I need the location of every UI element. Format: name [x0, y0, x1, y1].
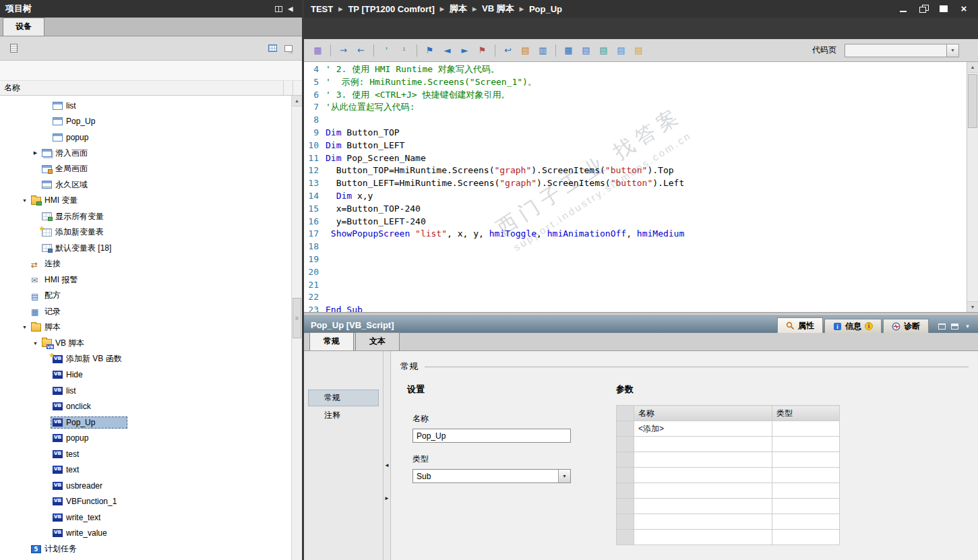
- dock-panel-icon[interactable]: [951, 323, 958, 330]
- tree-item[interactable]: 全局画面: [0, 161, 290, 177]
- vb-script-code-editor[interactable]: 西门子工业 找答案 support.industry.siemens.com.c…: [304, 62, 978, 312]
- table-view-icon[interactable]: [264, 41, 280, 56]
- script-name-input[interactable]: [412, 429, 571, 443]
- breadcrumb-item[interactable]: TEST: [311, 4, 333, 14]
- import-source-icon[interactable]: ▤: [595, 42, 612, 59]
- maximize-icon[interactable]: [939, 5, 948, 13]
- uncomment-selection-icon[interactable]: ': [396, 42, 412, 59]
- subtab-general[interactable]: 常规: [309, 332, 354, 350]
- tree-item-label: VB 脚本: [55, 338, 84, 349]
- properties-nav-item[interactable]: 常规: [308, 390, 379, 406]
- tree-item[interactable]: text: [0, 462, 290, 478]
- codepage-combobox[interactable]: ▼: [845, 44, 959, 57]
- tree-item[interactable]: popup: [0, 431, 290, 447]
- tab-diagnostics[interactable]: 诊断: [883, 319, 929, 333]
- minimize-icon[interactable]: [898, 5, 908, 13]
- insert-object-icon[interactable]: ▤: [517, 42, 534, 59]
- tab-properties[interactable]: 属性: [777, 317, 823, 333]
- tree-item[interactable]: 记录: [0, 304, 290, 320]
- collapse-panel-left-icon[interactable]: ◀: [284, 3, 297, 14]
- goto-definition-icon[interactable]: ↩: [499, 42, 516, 59]
- tree-item[interactable]: 永久区域: [0, 177, 290, 193]
- chevron-down-icon[interactable]: ▼: [946, 44, 958, 57]
- tree-item[interactable]: Hide: [0, 367, 290, 383]
- export-source-icon[interactable]: ▤: [578, 42, 594, 59]
- create-reference-icon[interactable]: ▥: [534, 42, 551, 59]
- scroll-down-icon[interactable]: ▼: [967, 301, 978, 312]
- script-type-select[interactable]: Sub ▼: [412, 469, 571, 483]
- tree-item[interactable]: VBFunction_1: [0, 494, 290, 510]
- previous-bookmark-icon[interactable]: ◄: [439, 42, 456, 59]
- tree-item[interactable]: ▶滑入画面: [0, 146, 290, 162]
- tree-item[interactable]: write_text: [0, 509, 290, 526]
- breadcrumb-item[interactable]: VB 脚本: [482, 3, 514, 15]
- nav-splitter[interactable]: ◄ ►: [384, 351, 391, 560]
- restore-icon[interactable]: [919, 5, 928, 13]
- comment-selection-icon[interactable]: ': [378, 42, 395, 59]
- tree-item[interactable]: Pop_Up: [0, 414, 290, 431]
- collapse-panel-icon[interactable]: ▼: [964, 323, 971, 330]
- properties-nav: 常规注释: [304, 351, 384, 560]
- toggle-bookmark-icon[interactable]: ⚑: [421, 42, 438, 59]
- param-add-cell[interactable]: <添加>: [634, 421, 772, 437]
- tree-item[interactable]: 配方: [0, 288, 290, 304]
- screen-icon: [53, 102, 63, 110]
- param-add-row[interactable]: <添加>: [617, 421, 840, 437]
- param-empty-row: [617, 530, 840, 545]
- chevron-down-icon[interactable]: ▼: [558, 470, 570, 483]
- tree-item[interactable]: ▼脚本: [0, 319, 290, 336]
- tree-item[interactable]: write_value: [0, 526, 290, 542]
- tree-item[interactable]: 添加新变量表: [0, 224, 290, 241]
- tree-item[interactable]: 计划任务: [0, 541, 290, 557]
- copy-source-icon[interactable]: ▤: [613, 42, 630, 59]
- editor-scrollbar-thumb[interactable]: [968, 74, 977, 128]
- close-icon[interactable]: ×: [959, 5, 969, 13]
- tree-item[interactable]: 默认变量表 [18]: [0, 241, 290, 257]
- collapsed-arrow-icon[interactable]: ▶: [31, 150, 40, 156]
- editor-scrollbar[interactable]: ▲ ▼: [967, 62, 978, 312]
- delete-bookmarks-icon[interactable]: ⚑: [474, 42, 491, 59]
- edit-columns-icon[interactable]: [5, 41, 22, 56]
- collapse-left-icon[interactable]: ◄: [384, 462, 390, 468]
- properties-nav-item[interactable]: 注释: [308, 407, 379, 424]
- tree-item[interactable]: Pop_Up: [0, 114, 290, 130]
- tree-item[interactable]: list: [0, 383, 290, 399]
- tree-item[interactable]: list: [0, 98, 290, 114]
- tab-info[interactable]: i 信息 i: [824, 319, 882, 333]
- symbol-table-icon[interactable]: ▦: [560, 42, 577, 59]
- next-bookmark-icon[interactable]: ►: [456, 42, 473, 59]
- expanded-arrow-icon[interactable]: ▼: [20, 325, 29, 330]
- line-number: 20: [304, 266, 326, 279]
- breadcrumb-item[interactable]: 脚本: [450, 3, 467, 15]
- float-panel-icon[interactable]: [938, 323, 946, 330]
- tree-item[interactable]: test: [0, 446, 290, 462]
- subtab-texts[interactable]: 文本: [355, 332, 400, 350]
- tree-item[interactable]: HMI 报警: [0, 272, 290, 288]
- tree-item[interactable]: popup: [0, 129, 290, 146]
- tree-item[interactable]: ▼VB 脚本: [0, 336, 290, 352]
- outdent-icon[interactable]: ←: [353, 42, 369, 59]
- scroll-up-icon[interactable]: ▲: [292, 96, 302, 106]
- tree-item-content: Hide: [51, 369, 85, 381]
- tree-item[interactable]: usbreader: [0, 478, 290, 494]
- tree-item[interactable]: onclick: [0, 399, 290, 415]
- scroll-up-icon[interactable]: ▲: [967, 62, 978, 73]
- tree-item[interactable]: 显示所有变量: [0, 209, 290, 225]
- expanded-arrow-icon[interactable]: ▼: [20, 198, 29, 203]
- tree-item[interactable]: ▼HMI 变量: [0, 193, 290, 209]
- breadcrumb-item[interactable]: TP [TP1200 Comfort]: [348, 4, 434, 14]
- auto-collapse-icon[interactable]: [272, 3, 284, 14]
- tab-devices[interactable]: 设备: [3, 18, 44, 36]
- paste-source-icon[interactable]: ▤: [630, 42, 647, 59]
- column-divider: [293, 81, 302, 95]
- code-wizard-icon[interactable]: ▦: [309, 42, 326, 59]
- expand-right-icon[interactable]: ►: [384, 495, 390, 501]
- tree-item[interactable]: 添加新 VB 函数: [0, 351, 290, 367]
- tree-scrollbar-thumb[interactable]: ≡: [293, 298, 301, 338]
- tree-item[interactable]: 连接: [0, 256, 290, 272]
- indent-icon[interactable]: →: [335, 42, 352, 59]
- expanded-arrow-icon[interactable]: ▼: [31, 341, 40, 346]
- tree-scrollbar[interactable]: ▲ ≡: [291, 96, 302, 560]
- open-in-editor-icon[interactable]: [280, 41, 297, 56]
- breadcrumb-item[interactable]: Pop_Up: [529, 4, 562, 14]
